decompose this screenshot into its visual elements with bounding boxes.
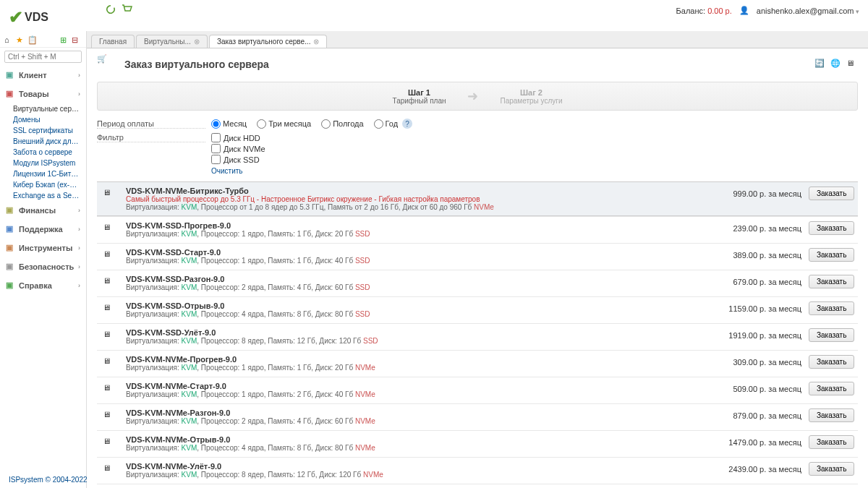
plan-price: 1919.00 р. за месяц — [693, 328, 801, 340]
plan-icon: 🖥 — [103, 463, 119, 479]
order-button[interactable]: Заказать — [809, 301, 854, 315]
plan-name: VDS-KVM-SSD-Улёт-9.0 — [126, 328, 686, 337]
cart-icon[interactable] — [120, 3, 133, 16]
filter-label: Фильтр — [97, 133, 205, 142]
period-radio[interactable]: Три месяца — [257, 119, 311, 129]
plan-specs: Виртуализация: KVM, Процессор: 1 ядро, П… — [126, 257, 686, 265]
plan-specs: Виртуализация: KVM, Процессор: 2 ядра, П… — [126, 417, 686, 425]
page-title: Заказ виртуального сервера — [124, 59, 269, 70]
plan-row[interactable]: 🖥 VDS-KVM-SSD-Разгон-9.0 Виртуализация: … — [97, 270, 858, 296]
sidebar-section-Финансы[interactable]: ▣Финансы — [0, 201, 86, 220]
order-button[interactable]: Заказать — [809, 462, 854, 476]
sidebar-section-Поддержка[interactable]: ▣Поддержка — [0, 220, 86, 239]
plan-row[interactable]: 🖥 VDS-KVM-SSD-Отрыв-9.0 Виртуализация: K… — [97, 296, 858, 323]
sidebar-section-Клиент[interactable]: ▣Клиент — [0, 66, 86, 85]
sidebar-search-input[interactable] — [4, 51, 82, 63]
star-icon[interactable]: ★ — [16, 35, 26, 46]
sidebar-item[interactable]: Лицензии 1С-Битрикс — [0, 168, 86, 179]
plan-specs: Виртуализация: KVM, Процессор: 1 ядро, П… — [126, 390, 686, 398]
sidebar-item[interactable]: Модули ISPsystem — [0, 158, 86, 168]
plan-row[interactable]: 🖥 VDS-KVM-HDD-Storage Сервер для хранени… — [97, 484, 858, 488]
plan-row[interactable]: 🖥 VDS-KVM-NVMe-Прогрев-9.0 Виртуализация… — [97, 350, 858, 377]
order-button[interactable]: Заказать — [809, 221, 854, 235]
step-1[interactable]: Шаг 1 Тарифный план — [392, 88, 446, 105]
order-button[interactable]: Заказать — [809, 248, 854, 262]
plan-icon: 🖥 — [103, 356, 119, 372]
close-icon[interactable]: ⊗ — [313, 38, 319, 46]
arrow-right-icon: ➜ — [467, 88, 478, 104]
plan-icon: 🖥 — [103, 330, 119, 346]
plan-specs: Виртуализация: KVM, Процессор: 1 ядро, П… — [126, 364, 686, 372]
plan-row[interactable]: 🖥 VDS-KVM-NVMe-Битрикс-Турбо Самый быстр… — [97, 181, 858, 216]
plan-price: 999.00 р. за месяц — [693, 187, 801, 198]
monitor-icon[interactable]: 🖥 — [846, 59, 858, 70]
plan-name: VDS-KVM-SSD-Старт-9.0 — [126, 248, 686, 257]
plan-icon: 🖥 — [103, 410, 119, 426]
order-button[interactable]: Заказать — [809, 328, 854, 342]
sidebar-item[interactable]: Внешний диск для бэ... — [0, 136, 86, 147]
globe-icon[interactable]: 🌐 — [830, 59, 842, 70]
tools-icon: ▣ — [6, 243, 16, 253]
collapse-icon[interactable]: ⊟ — [72, 35, 82, 46]
order-button[interactable]: Заказать — [809, 382, 854, 395]
plan-row[interactable]: 🖥 VDS-KVM-NVMe-Улёт-9.0 Виртуализация: K… — [97, 457, 858, 484]
sidebar-section-Товары[interactable]: ▣Товары — [0, 85, 86, 103]
plan-specs: Виртуализация: KVM, Процессор: 8 ядер, П… — [126, 337, 686, 345]
plan-row[interactable]: 🖥 VDS-KVM-SSD-Старт-9.0 Виртуализация: K… — [97, 243, 858, 270]
plan-row[interactable]: 🖥 VDS-KVM-NVMe-Отрыв-9.0 Виртуализация: … — [97, 430, 858, 457]
logo: ✔VDS — [9, 3, 95, 32]
tab[interactable]: Заказ виртуального серве...⊗ — [209, 35, 328, 48]
sidebar-item[interactable]: Виртуальные серверы — [0, 103, 86, 114]
home-icon[interactable]: ⌂ — [4, 35, 14, 46]
sidebar-item[interactable]: Кибер Бэкап (ex-Acro... — [0, 179, 86, 190]
plan-row[interactable]: 🖥 VDS-KVM-NVMe-Разгон-9.0 Виртуализация:… — [97, 403, 858, 430]
plan-name: VDS-KVM-SSD-Прогрев-9.0 — [126, 221, 686, 230]
plan-icon: 🖥 — [103, 249, 119, 265]
disk-checkbox[interactable]: Диск HDD — [211, 133, 265, 142]
refresh-icon[interactable] — [104, 3, 117, 16]
sidebar-section-Справка[interactable]: ▣Справка — [0, 276, 86, 295]
expand-icon[interactable]: ⊞ — [60, 35, 70, 46]
help-icon: ▣ — [6, 281, 16, 291]
clear-filter-link[interactable]: Очистить — [211, 167, 265, 175]
step-2[interactable]: Шаг 2 Параметры услуги — [500, 88, 562, 105]
sidebar-section-Инструменты[interactable]: ▣Инструменты — [0, 239, 86, 257]
sidebar-item[interactable]: SSL сертификаты — [0, 125, 86, 136]
plan-specs: Виртуализация: KVM, Процессор от 1 до 8 … — [126, 203, 686, 211]
clipboard-icon[interactable]: 📋 — [27, 35, 38, 46]
order-button[interactable]: Заказать — [809, 408, 854, 422]
disk-checkbox[interactable]: Диск NVMe — [211, 144, 265, 153]
help-icon[interactable]: ? — [402, 119, 412, 129]
disk-checkbox[interactable]: Диск SSD — [211, 155, 265, 164]
sidebar-item[interactable]: Exchange as a Service — [0, 190, 86, 201]
plan-tagline: Самый быстрый процессор до 5.3 ГГц - Нас… — [126, 195, 686, 203]
plan-row[interactable]: 🖥 VDS-KVM-SSD-Улёт-9.0 Виртуализация: KV… — [97, 323, 858, 350]
plan-name: VDS-KVM-NVMe-Разгон-9.0 — [126, 408, 686, 417]
order-button[interactable]: Заказать — [809, 275, 854, 288]
plan-name: VDS-KVM-SSD-Отрыв-9.0 — [126, 301, 686, 310]
tab[interactable]: Главная — [91, 35, 135, 48]
order-button[interactable]: Заказать — [809, 355, 854, 369]
balance-label: Баланс: 0.00 р. — [676, 7, 732, 15]
reload-icon[interactable]: 🔄 — [814, 59, 826, 70]
support-icon: ▣ — [6, 224, 16, 234]
close-icon[interactable]: ⊗ — [194, 38, 200, 46]
plan-row[interactable]: 🖥 VDS-KVM-NVMe-Старт-9.0 Виртуализация: … — [97, 377, 858, 403]
shield-icon: ▣ — [6, 262, 16, 272]
order-button[interactable]: Заказать — [809, 187, 854, 200]
footer-copyright: ISPsystem © 2004-2022 — [9, 476, 88, 484]
plan-row[interactable]: 🖥 VDS-KVM-SSD-Прогрев-9.0 Виртуализация:… — [97, 216, 858, 243]
plan-price: 239.00 р. за месяц — [693, 221, 801, 233]
sidebar-item[interactable]: Забота о сервере — [0, 147, 86, 158]
sidebar-section-Безопасность[interactable]: ▣Безопасность — [0, 257, 86, 276]
period-label: Период оплаты — [97, 119, 205, 129]
period-radio[interactable]: Год — [374, 119, 399, 129]
order-button[interactable]: Заказать — [809, 435, 854, 449]
plan-icon: 🖥 — [103, 188, 119, 204]
plan-price: 309.00 р. за месяц — [693, 355, 801, 367]
user-dropdown[interactable]: anishenko.alex@gmail.com — [757, 7, 859, 15]
tab[interactable]: Виртуальны...⊗ — [136, 35, 208, 48]
period-radio[interactable]: Полгода — [321, 119, 363, 129]
period-radio[interactable]: Месяц — [211, 119, 247, 129]
sidebar-item[interactable]: Домены — [0, 114, 86, 125]
